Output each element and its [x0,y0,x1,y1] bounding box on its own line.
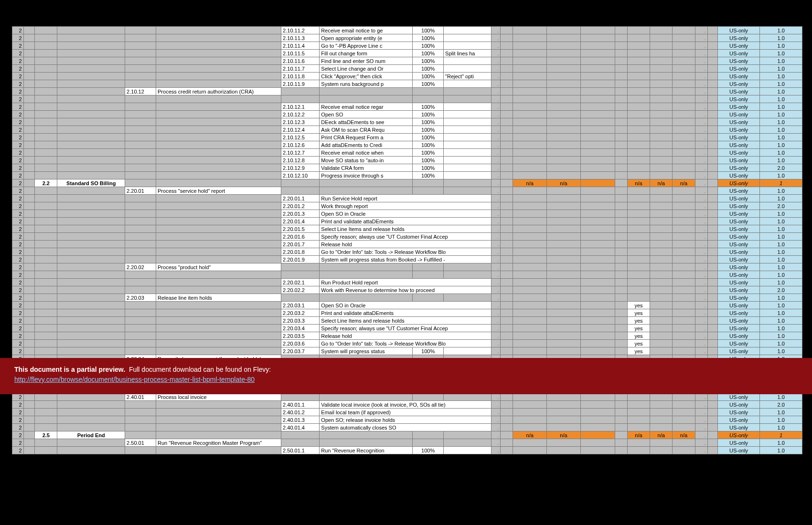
cell [547,309,581,317]
cell [707,225,717,233]
cell: US-only [717,118,760,126]
cell [513,347,547,355]
cell: US-only [717,439,760,447]
table-row: 22.50.01Run "Revenue Recognition Master … [12,439,802,447]
cell [673,103,695,111]
cell [501,34,513,42]
cell: 1.0 [760,103,802,111]
cell: 2.10.11.3 [281,34,320,42]
cell [35,347,57,355]
cell [615,233,627,241]
cell: . [491,218,501,225]
cell: yes [627,325,650,332]
cell [580,332,615,340]
cell: 2.10.12.7 [281,149,320,157]
cell [707,431,717,439]
cell: . [491,187,501,195]
cell [23,218,35,225]
cell [673,294,695,302]
cell [444,172,491,179]
cell [501,187,513,195]
cell [673,218,695,225]
cell [707,401,717,409]
cell [707,195,717,202]
cell [35,210,57,218]
cell [57,424,125,431]
cell: 2 [12,431,24,439]
cell [23,256,35,263]
cell [547,134,581,141]
cell [23,50,35,57]
cell [156,309,281,317]
cell [501,134,513,141]
cell: 2.10.12.5 [281,134,320,141]
cell [580,294,615,302]
cell: 1.0 [760,73,802,80]
cell [673,126,695,134]
cell [35,317,57,325]
cell: 2.10.12.10 [281,172,320,179]
cell [501,233,513,241]
cell [156,225,281,233]
cell [650,80,673,88]
cell [125,118,156,126]
cell [673,325,695,332]
cell [125,271,156,279]
cell: US-only [717,279,760,286]
cell [444,88,491,95]
cell [650,286,673,294]
cell: Ask OM to scan CRA Requ [320,126,413,134]
cell [673,340,695,347]
cell [125,65,156,73]
cell: 2 [12,309,24,317]
cell: 1.0 [760,263,802,271]
cell: . [491,279,501,286]
cell: 2 [12,424,24,431]
cell [627,294,650,302]
cell [707,27,717,34]
cell [580,157,615,164]
cell [320,95,413,103]
cell [627,225,650,233]
cell: 1.0 [760,347,802,355]
cell [125,241,156,248]
banner-link[interactable]: http://flevy.com/browse/document/busines… [14,376,255,383]
cell [57,256,125,263]
cell: . [695,225,707,233]
cell [547,80,581,88]
cell: . [695,340,707,347]
cell [615,141,627,149]
cell [57,286,125,294]
cell [650,34,673,42]
cell [444,187,491,195]
cell [125,447,156,454]
cell [501,27,513,34]
cell [615,202,627,210]
cell [673,424,695,431]
cell: . [491,210,501,218]
cell: US-only [717,210,760,218]
cell: 2 [12,202,24,210]
cell [707,141,717,149]
cell: Open SO; release invoice holds [320,416,491,424]
cell: US-only [717,309,760,317]
cell [57,42,125,50]
cell [320,88,413,95]
cell: . [491,286,501,294]
cell [580,431,615,439]
cell [513,248,547,256]
cell [513,202,547,210]
cell: 2.20.01.5 [281,225,320,233]
cell: . [695,409,707,416]
cell: . [491,57,501,65]
cell [125,34,156,42]
cell [281,263,320,271]
cell [35,263,57,271]
cell [547,88,581,95]
table-row: 22.10.12.3DEeck attaDEments to see100%..… [12,118,802,126]
table-row: 22.10.12.5Print CRA Request Form a100%..… [12,134,802,141]
cell [615,263,627,271]
cell [281,439,320,447]
cell [580,279,615,286]
cell [673,95,695,103]
